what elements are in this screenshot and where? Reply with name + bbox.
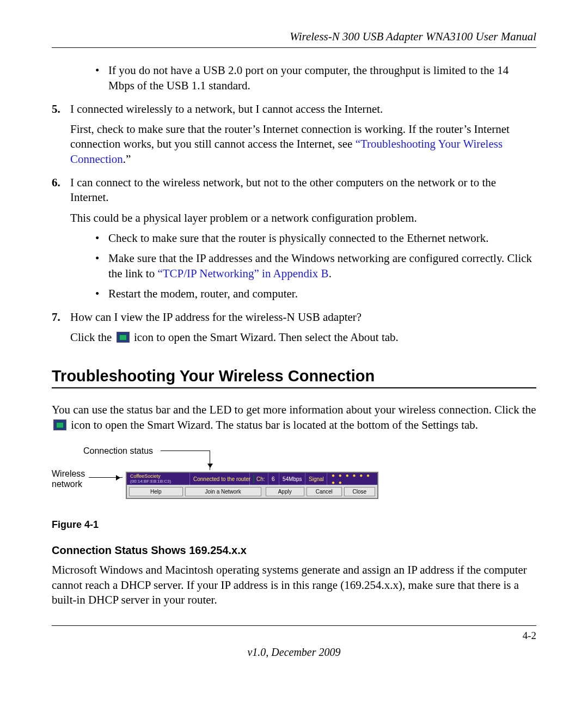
- bullet-restart: Restart the modem, router, and computer.: [70, 287, 536, 301]
- link-tcpip-appendix[interactable]: “TCP/IP Networking” in Appendix B: [157, 267, 328, 280]
- faq-item-7: 7. How can I view the IP address for the…: [52, 310, 536, 325]
- sb-channel-value: 6: [268, 473, 279, 485]
- bullet-check-router: Check to make sure that the router is ph…: [70, 231, 536, 246]
- sb-channel-label: Ch:: [250, 473, 268, 485]
- text: Click the: [70, 331, 115, 344]
- sb-cancel-button[interactable]: Cancel: [307, 487, 342, 496]
- leader-arrow: [89, 477, 122, 478]
- bullet-ip-config: Make sure that the IP addresses and the …: [70, 251, 536, 281]
- footer-rule: [52, 625, 536, 626]
- faq-7-answer: Click the icon to open the Smart Wizard.…: [52, 330, 536, 345]
- running-header: Wireless-N 300 USB Adapter WNA3100 User …: [52, 29, 536, 44]
- subsection-heading: Connection Status Shows 169.254.x.x: [52, 543, 536, 557]
- page-number: 4-2: [52, 629, 536, 643]
- text: .: [329, 267, 332, 280]
- section-intro: You can use the status bar and the LED t…: [52, 403, 536, 433]
- faq-number: 7.: [52, 310, 60, 325]
- faq-question: I connected wirelessly to a network, but…: [70, 102, 383, 115]
- subsection-body: Microsoft Windows and Macintosh operatin…: [52, 563, 536, 607]
- sb-rate: 54Mbps: [279, 473, 305, 485]
- header-rule: [52, 47, 536, 48]
- faq-5-answer: First, check to make sure that the route…: [52, 122, 536, 167]
- sb-close-button[interactable]: Close: [344, 487, 375, 496]
- sb-join-button[interactable]: Join a Network: [185, 487, 261, 496]
- faq-item-5: 5. I connected wirelessly to a network, …: [52, 102, 536, 117]
- sb-status: Connected to the router: [190, 473, 250, 485]
- callout-wireless-network: Wirelessnetwork: [52, 468, 85, 489]
- antenna-icon: [253, 474, 254, 483]
- section-rule: [52, 387, 536, 388]
- footer-version: v1.0, December 2009: [52, 645, 536, 659]
- status-bar-screenshot: CoffeeSociety (00:14:BF:EB:1B:C3) Connec…: [126, 472, 378, 499]
- leader-line: [161, 451, 210, 451]
- smart-wizard-icon: [53, 419, 66, 430]
- figure-4-1: Connection status Wirelessnetwork Coffee…: [52, 446, 536, 511]
- smart-wizard-icon: [117, 332, 130, 343]
- sb-network-mac: (00:14:BF:EB:1B:C3): [130, 479, 171, 484]
- text: icon to open the Smart Wizard. Then sele…: [131, 331, 399, 344]
- text: You can use the status bar and the LED t…: [52, 403, 536, 416]
- sb-apply-button[interactable]: Apply: [266, 487, 304, 496]
- figure-caption: Figure 4-1: [52, 519, 536, 531]
- leader-arrow: [210, 451, 210, 470]
- faq-6-answer: This could be a physical layer problem o…: [52, 211, 536, 226]
- faq-question: How can I view the IP address for the wi…: [70, 311, 362, 324]
- callout-connection-status: Connection status: [83, 446, 153, 457]
- sb-help-button[interactable]: Help: [129, 487, 183, 496]
- faq-number: 5.: [52, 102, 60, 117]
- text: icon to open the Smart Wizard. The statu…: [68, 418, 478, 431]
- text: .”: [123, 153, 131, 166]
- sb-network-cell: CoffeeSociety (00:14:BF:EB:1B:C3): [127, 473, 190, 485]
- faq-question: I can connect to the wireless network, b…: [70, 176, 496, 204]
- faq-number: 6.: [52, 175, 60, 190]
- bullet-usb: If you do not have a USB 2.0 port on you…: [70, 63, 536, 93]
- section-heading: Troubleshooting Your Wireless Connection: [52, 366, 536, 387]
- faq-item-6: 6. I can connect to the wireless network…: [52, 175, 536, 205]
- sb-signal-dots: ● ● ● ● ● ● ● ●: [327, 472, 377, 486]
- sb-signal-label: Signal: [305, 473, 327, 485]
